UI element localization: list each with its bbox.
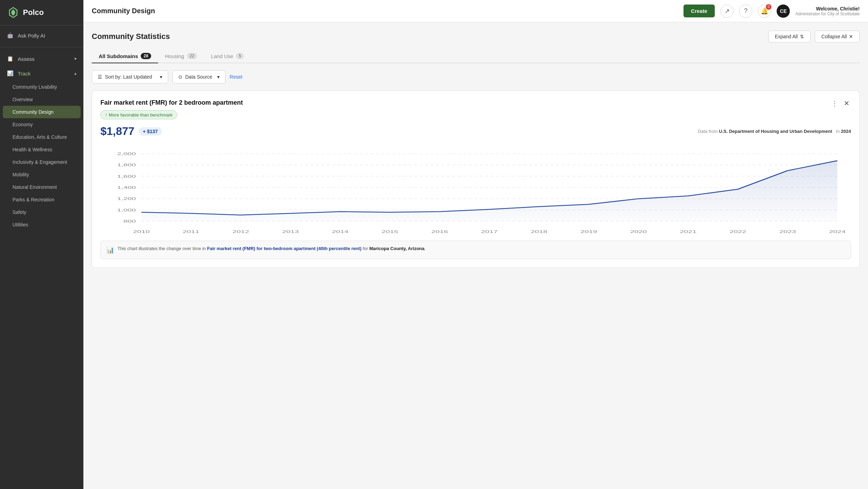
chevron-up-icon: ▴ bbox=[74, 71, 76, 76]
filters: ☰ Sort by: Last Updated ▾ ⊙ Data Source … bbox=[92, 70, 860, 83]
sidebar-item-safety[interactable]: Safety bbox=[0, 206, 83, 218]
sidebar-item-inclusivity-engagement[interactable]: Inclusivity & Engagement bbox=[0, 156, 83, 168]
page-header: Community Design Create ↗ ? 🔔 0 CE Welco… bbox=[83, 0, 868, 22]
stats-title: Community Statistics bbox=[92, 32, 170, 41]
page-title: Community Design bbox=[92, 7, 155, 15]
chart-container: 8001,0001,2001,4001,6001,8002,0002010201… bbox=[100, 145, 851, 235]
sidebar-item-health-wellness[interactable]: Health & Wellness bbox=[0, 143, 83, 156]
data-source-filter[interactable]: ⊙ Data Source ▾ bbox=[172, 70, 226, 83]
card-value-row: $1,877 + $137 Data from U.S. Department … bbox=[100, 125, 851, 138]
svg-text:1,200: 1,200 bbox=[117, 197, 136, 201]
svg-text:2021: 2021 bbox=[680, 230, 697, 234]
svg-text:2012: 2012 bbox=[232, 230, 249, 234]
chart-desc-icon: 📊 bbox=[106, 246, 114, 254]
tab-land-use[interactable]: Land Use 5 bbox=[204, 49, 251, 63]
sidebar-item-track-label: Track bbox=[18, 71, 31, 77]
svg-text:2,000: 2,000 bbox=[117, 152, 136, 156]
sidebar-item-parks-recreation[interactable]: Parks & Recreation bbox=[0, 193, 83, 206]
sort-icon: ☰ bbox=[98, 74, 102, 80]
sidebar: Polco 🤖 Ask Polly AI 📋 Assess ▾ 📊 Track … bbox=[0, 0, 83, 489]
sidebar-top-section: 🤖 Ask Polly AI bbox=[0, 25, 83, 46]
sidebar-item-economy[interactable]: Economy bbox=[0, 118, 83, 131]
expand-icon: ⇅ bbox=[800, 34, 804, 39]
svg-text:2018: 2018 bbox=[531, 230, 547, 234]
content-area: Community Statistics Expand All ⇅ Collap… bbox=[83, 22, 868, 489]
sidebar-item-overview[interactable]: Overview bbox=[0, 93, 83, 106]
svg-marker-2 bbox=[11, 9, 15, 16]
sidebar-divider-1 bbox=[0, 47, 83, 47]
data-source-icon: ⊙ bbox=[178, 74, 182, 80]
svg-text:2017: 2017 bbox=[481, 230, 498, 234]
share-button[interactable]: ↗ bbox=[720, 5, 734, 18]
notification-badge: 0 bbox=[766, 4, 771, 10]
user-info: Welcome, Christie! Administrator for Cit… bbox=[795, 6, 860, 16]
tab-housing[interactable]: Housing 22 bbox=[158, 49, 204, 63]
tabs: All Subdomains 28 Housing 22 Land Use 5 bbox=[92, 49, 860, 63]
polco-logo-icon bbox=[7, 6, 19, 19]
assess-icon: 📋 bbox=[7, 56, 14, 62]
datasource-chevron-icon: ▾ bbox=[217, 74, 220, 80]
card-value-left: $1,877 + $137 bbox=[100, 125, 162, 138]
svg-text:2020: 2020 bbox=[630, 230, 647, 234]
card-title: Fair market rent (FMR) for 2 bedroom apa… bbox=[100, 99, 243, 106]
card-main-value: $1,877 bbox=[100, 125, 134, 138]
sidebar-item-track[interactable]: 📊 Track ▴ bbox=[0, 66, 83, 81]
avatar[interactable]: CE bbox=[777, 5, 790, 18]
share-icon: ↗ bbox=[724, 7, 730, 15]
line-chart: 8001,0001,2001,4001,6001,8002,0002010201… bbox=[100, 145, 851, 235]
notifications-button[interactable]: 🔔 0 bbox=[758, 5, 771, 18]
user-role: Administrator for City of Scottsdale bbox=[795, 11, 860, 16]
svg-text:2013: 2013 bbox=[282, 230, 299, 234]
svg-text:1,400: 1,400 bbox=[117, 185, 136, 190]
sidebar-item-ask-polly-label: Ask Polly AI bbox=[18, 33, 45, 39]
svg-text:1,600: 1,600 bbox=[117, 174, 136, 179]
tab-all-subdomains[interactable]: All Subdomains 28 bbox=[92, 49, 158, 63]
sidebar-nav-section: 📋 Assess ▾ 📊 Track ▴ Community Livabilit… bbox=[0, 49, 83, 234]
reset-button[interactable]: Reset bbox=[230, 74, 243, 80]
card-source: Data from U.S. Department of Housing and… bbox=[698, 129, 851, 134]
svg-text:800: 800 bbox=[123, 219, 136, 224]
sidebar-item-assess[interactable]: 📋 Assess ▾ bbox=[0, 51, 83, 66]
track-icon: 📊 bbox=[7, 70, 14, 77]
user-name: Welcome, Christie! bbox=[795, 6, 860, 11]
sidebar-item-community-design[interactable]: Community Design bbox=[3, 106, 81, 118]
svg-text:1,800: 1,800 bbox=[117, 163, 136, 167]
sidebar-item-utilities[interactable]: Utilities bbox=[0, 218, 83, 231]
card-close-button[interactable]: ✕ bbox=[842, 99, 851, 107]
sort-chevron-icon: ▾ bbox=[160, 74, 162, 80]
expand-all-button[interactable]: Expand All ⇅ bbox=[768, 31, 811, 42]
sort-filter[interactable]: ☰ Sort by: Last Updated ▾ bbox=[92, 70, 168, 83]
create-button[interactable]: Create bbox=[683, 5, 715, 17]
svg-text:2022: 2022 bbox=[730, 230, 746, 234]
logo-text: Polco bbox=[23, 8, 44, 17]
sidebar-item-assess-label: Assess bbox=[18, 56, 34, 62]
tab-badge-housing: 22 bbox=[187, 53, 197, 59]
arrow-up-icon: ↑ bbox=[105, 112, 107, 118]
svg-text:2010: 2010 bbox=[133, 230, 150, 234]
svg-text:2014: 2014 bbox=[332, 230, 349, 234]
sidebar-item-mobility[interactable]: Mobility bbox=[0, 168, 83, 181]
collapse-icon: ✕ bbox=[849, 34, 853, 39]
sidebar-item-education-arts-culture[interactable]: Education, Arts & Culture bbox=[0, 131, 83, 143]
sidebar-item-ask-polly[interactable]: 🤖 Ask Polly AI bbox=[0, 28, 83, 43]
collapse-all-button[interactable]: Collapse All ✕ bbox=[815, 31, 860, 42]
help-icon: ? bbox=[744, 7, 747, 15]
favorable-badge: ↑ More favorable than benchmark bbox=[100, 110, 177, 119]
header-actions: Create ↗ ? 🔔 0 CE Welcome, Christie! Adm… bbox=[683, 5, 860, 18]
chart-description: 📊 This chart illustrates the change over… bbox=[100, 241, 851, 259]
sidebar-item-natural-environment[interactable]: Natural Environment bbox=[0, 181, 83, 193]
svg-text:2024: 2024 bbox=[829, 230, 846, 234]
ask-polly-icon: 🤖 bbox=[7, 32, 14, 39]
svg-text:2016: 2016 bbox=[431, 230, 448, 234]
svg-text:1,000: 1,000 bbox=[117, 208, 136, 212]
sidebar-logo: Polco bbox=[0, 0, 83, 25]
card-more-button[interactable]: ⋮ bbox=[830, 99, 840, 107]
chart-desc-text: This chart illustrates the change over t… bbox=[117, 246, 426, 251]
stats-header: Community Statistics Expand All ⇅ Collap… bbox=[92, 31, 860, 42]
card-actions: ⋮ ✕ bbox=[830, 99, 851, 107]
svg-text:2019: 2019 bbox=[580, 230, 597, 234]
sidebar-item-community-livability[interactable]: Community Livability bbox=[0, 81, 83, 93]
help-button[interactable]: ? bbox=[739, 5, 752, 18]
chevron-down-icon: ▾ bbox=[74, 56, 76, 61]
svg-text:2023: 2023 bbox=[779, 230, 796, 234]
